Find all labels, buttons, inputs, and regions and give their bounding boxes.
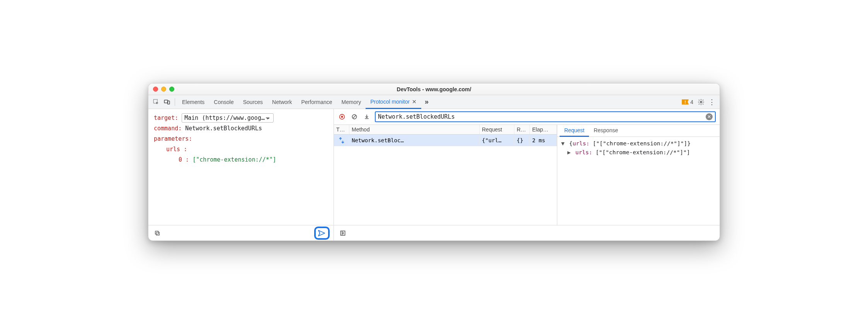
window-minimize-button[interactable] [161,87,166,92]
command-value[interactable]: Network.setBlockedURLs [185,125,262,132]
tab-performance[interactable]: Performance [296,95,337,109]
urls-label: urls : [166,146,187,153]
th-method[interactable]: Method [349,125,480,134]
th-response[interactable]: R… [514,125,530,134]
svg-line-9 [353,115,356,118]
target-select[interactable]: Main (https://www.goog… [182,113,274,123]
clear-filter-icon[interactable]: ✕ [706,113,713,120]
more-tabs-icon[interactable]: » [421,97,432,107]
tab-protocol-monitor[interactable]: Protocol monitor ✕ [366,95,421,109]
command-label: command: [154,125,182,132]
issues-count: 4 [690,99,693,105]
warning-flag-icon: ! [682,99,689,105]
svg-point-3 [700,101,702,103]
download-icon[interactable] [363,113,371,121]
row-request: {"url… [480,136,514,145]
svg-rect-5 [155,231,158,234]
detail-line-root[interactable]: ▼ {urls: ["["chrome-extension://*"]"]} [561,139,716,148]
kebab-menu-icon[interactable]: ⋮ [706,97,717,107]
th-elapsed[interactable]: Elap… [530,125,557,134]
tab-sources[interactable]: Sources [238,95,267,109]
tab-memory[interactable]: Memory [337,95,366,109]
th-request[interactable]: Request [480,125,514,134]
parameters-label: parameters: [154,135,192,142]
row-response: {} [514,136,530,145]
protocol-table: T… Method Request R… Elap… Network.setBl… [334,125,557,225]
devtools-tabbar: Elements Console Sources Network Perform… [148,95,720,109]
tab-network[interactable]: Network [267,95,296,109]
detail-panel: Request Response ▼ {urls: ["["chrome-ext… [557,125,720,225]
filter-input[interactable] [378,113,706,120]
th-type[interactable]: T… [334,125,349,134]
direction-icon [336,137,347,143]
issues-badge[interactable]: ! 4 [679,99,696,105]
record-icon[interactable] [338,113,346,121]
inspect-element-icon[interactable] [151,97,162,107]
copy-icon[interactable] [152,228,162,238]
devtools-window: DevTools - www.google.com/ Elements Cons… [148,83,720,241]
svg-rect-7 [341,116,343,118]
send-command-button[interactable] [314,227,330,240]
chevron-down-icon[interactable]: ▼ [561,139,566,148]
clear-log-icon[interactable] [350,113,359,121]
titlebar: DevTools - www.google.com/ [148,84,720,95]
target-label: target: [154,114,178,121]
tab-protocol-monitor-label: Protocol monitor [370,99,410,105]
tab-elements[interactable]: Elements [177,95,209,109]
settings-icon[interactable] [696,97,706,107]
index0-value[interactable]: ["chrome-extension://*"] [192,156,276,163]
protocol-log-panel: ✕ T… Method Request R… Elap… [334,109,720,240]
tab-console[interactable]: Console [209,95,238,109]
detail-tab-request[interactable]: Request [560,125,589,137]
index0-label: 0 : [179,156,189,163]
window-close-button[interactable] [153,87,158,92]
row-elapsed: 2 ms [530,136,557,145]
command-editor-panel: target: Main (https://www.goog… command:… [148,109,334,240]
close-icon[interactable]: ✕ [412,99,417,105]
window-zoom-button[interactable] [169,87,174,92]
chevron-right-icon[interactable]: ▶ [567,148,572,157]
collapse-panel-icon[interactable] [338,228,348,238]
device-toggle-icon[interactable] [162,97,172,107]
filter-input-container: ✕ [375,111,716,122]
table-row[interactable]: Network.setBloc… {"url… {} 2 ms [334,135,557,146]
detail-line-urls[interactable]: ▶ urls: ["["chrome-extension://*"]"] [561,148,716,157]
row-method: Network.setBloc… [349,136,480,145]
window-title: DevTools - www.google.com/ [148,86,720,92]
svg-rect-4 [156,232,159,235]
detail-tab-response[interactable]: Response [589,125,623,136]
